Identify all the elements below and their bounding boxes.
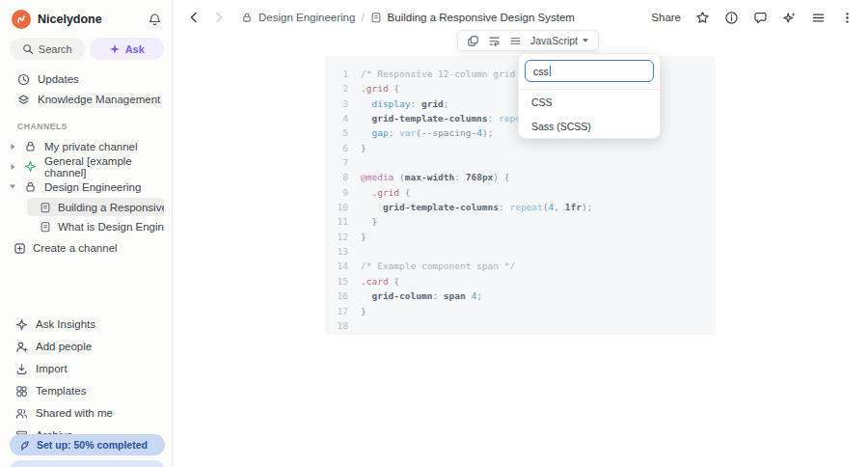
channel-label: Design Engineering	[44, 181, 141, 193]
sidebar-item-add-people[interactable]: Add people	[0, 337, 172, 356]
sidebar-item-import[interactable]: Import	[0, 359, 172, 378]
ai-sparkles-icon[interactable]	[782, 11, 797, 25]
line-number: 11	[325, 214, 348, 229]
sidebar-item-updates[interactable]: Updates	[0, 69, 172, 89]
copy-icon[interactable]	[467, 35, 479, 47]
page-icon	[370, 12, 382, 23]
line-numbers-icon[interactable]	[509, 35, 522, 47]
channels-section-header: CHANNELS	[17, 122, 68, 131]
line-number: 14	[325, 259, 348, 273]
line-number: 17	[325, 304, 348, 318]
kebab-menu-icon[interactable]	[840, 11, 854, 25]
lock-icon	[241, 12, 253, 23]
create-channel-label: Create a channel	[33, 242, 118, 254]
sidebar-item-shared-with-me[interactable]: Shared with me	[0, 403, 172, 423]
language-selector-value: JavaScript	[530, 35, 578, 46]
channel-design-engineering[interactable]: Design Engineering	[0, 177, 172, 197]
workspace-logo-icon[interactable]	[12, 10, 31, 29]
code-line: 17}	[325, 304, 716, 318]
channel-label: My private channel	[44, 141, 138, 152]
chevron-right-icon[interactable]	[7, 143, 18, 151]
code-block-toolbar: JavaScript	[457, 30, 599, 51]
sparkle-icon	[109, 43, 121, 55]
search-button[interactable]: Search	[10, 38, 85, 60]
star-icon[interactable]	[695, 11, 710, 25]
setup-progress-banner[interactable]: Set up: 50% completed	[10, 434, 165, 455]
line-number: 12	[325, 230, 348, 244]
setup-banner-secondary[interactable]	[10, 460, 165, 467]
line-number: 15	[325, 274, 348, 288]
language-option-sass[interactable]: Sass (SCSS)	[519, 114, 660, 138]
channel-my-private-channel[interactable]: My private channel	[0, 136, 172, 156]
code-line: 15.card {	[325, 274, 716, 288]
line-number: 18	[325, 318, 348, 333]
share-button[interactable]: Share	[651, 12, 681, 23]
line-number: 6	[325, 141, 348, 155]
app-window: Nicelydone Search Ask	[0, 0, 868, 467]
search-label: Search	[39, 43, 72, 55]
breadcrumb: Design Engineering / Building a Responsi…	[241, 12, 575, 23]
templates-icon	[15, 385, 28, 398]
main-area: Design Engineering / Building a Responsi…	[174, 0, 868, 467]
code-line: 6}	[325, 141, 716, 155]
back-arrow-icon[interactable]	[187, 11, 201, 24]
sidebar-item-label: Import	[36, 363, 68, 374]
line-number: 7	[325, 155, 348, 170]
sidebar-item-label: Ask Insights	[36, 318, 95, 330]
info-icon[interactable]	[724, 11, 739, 25]
clock-icon	[17, 73, 30, 86]
sidebar-nav: Updates Knowledge Management	[0, 69, 172, 110]
layers-icon	[17, 94, 30, 106]
rocket-icon	[19, 439, 31, 451]
code-line: 11 }	[325, 214, 716, 229]
sidebar-item-knowledge-management[interactable]: Knowledge Management	[0, 90, 172, 109]
line-number: 4	[325, 111, 348, 125]
chevron-down-icon[interactable]	[7, 183, 18, 190]
import-icon	[15, 363, 28, 375]
line-number: 9	[325, 185, 348, 200]
page-item-what-is-design-engineering[interactable]: What is Design Engineerin...	[27, 217, 164, 235]
sparkle-icon	[15, 318, 28, 331]
sidebar-item-label: Shared with me	[36, 407, 113, 419]
code-line: 16 grid-column: span 4;	[325, 288, 716, 303]
sidebar-item-templates[interactable]: Templates	[0, 381, 172, 400]
page-label: Building a Responsive De...	[58, 202, 164, 213]
code-line: 18	[325, 318, 716, 333]
channels-list: My private channel General [example chan…	[0, 136, 172, 258]
code-line: 10 grid-template-columns: repeat(4, 1fr)…	[325, 200, 716, 214]
history-nav	[187, 11, 226, 24]
search-icon	[22, 43, 34, 55]
chevron-right-icon[interactable]	[7, 163, 18, 171]
breadcrumb-separator: /	[361, 12, 364, 23]
ask-button[interactable]: Ask	[90, 38, 165, 60]
page-item-building-responsive[interactable]: Building a Responsive De...	[27, 198, 164, 216]
breadcrumb-page[interactable]: Building a Responsive Design System	[388, 12, 575, 23]
forward-arrow-icon[interactable]	[212, 11, 226, 24]
language-option-css[interactable]: CSS	[519, 90, 660, 114]
code-line: 9 .grid {	[325, 185, 716, 200]
sidebar-item-label: Add people	[36, 341, 92, 352]
sidebar-actions: Search Ask	[10, 38, 164, 60]
text-cursor	[550, 66, 552, 76]
line-number: 16	[325, 288, 348, 303]
workspace-name: Nicelydone	[38, 13, 148, 26]
line-number: 2	[325, 81, 348, 96]
sidebar-item-ask-insights[interactable]: Ask Insights	[0, 315, 172, 334]
language-selector-button[interactable]: JavaScript	[530, 35, 589, 46]
breadcrumb-channel[interactable]: Design Engineering	[258, 12, 355, 23]
code-line: 7	[325, 155, 716, 170]
create-channel-button[interactable]: Create a channel	[0, 238, 172, 258]
word-wrap-icon[interactable]	[488, 35, 501, 47]
line-number: 1	[325, 67, 348, 81]
bell-icon[interactable]	[148, 13, 162, 27]
outline-lines-icon[interactable]	[811, 11, 826, 25]
lock-icon	[24, 140, 37, 152]
channel-label: General [example channel]	[44, 155, 172, 179]
comments-icon[interactable]	[753, 11, 768, 25]
lock-icon	[24, 180, 37, 193]
channel-general[interactable]: General [example channel]	[0, 156, 172, 177]
language-search-input[interactable]: css	[525, 60, 654, 82]
add-channel-icon	[14, 242, 26, 255]
line-number: 3	[325, 96, 348, 111]
sidebar-item-label: Updates	[38, 73, 79, 85]
